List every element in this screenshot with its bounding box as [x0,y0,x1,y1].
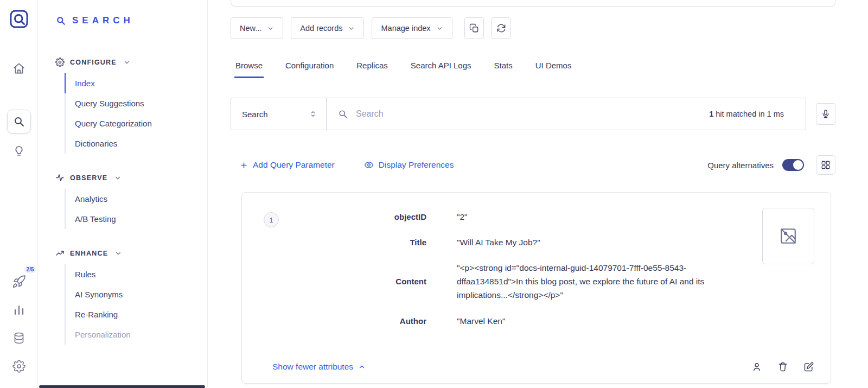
field-row-objectid: objectID "2" [284,210,752,224]
sidebar-horizontal-scrollbar[interactable] [39,385,205,388]
sidebar-item-ab-testing[interactable]: A/B Testing [65,209,207,229]
voice-search-mic-icon[interactable] [816,103,835,125]
field-value: "<p><strong id="docs-internal-guid-14079… [457,261,745,302]
section-enhance-items: Rules AI Synonyms Re-Ranking Personaliza… [65,264,207,345]
copy-icon[interactable] [464,17,484,39]
display-preferences-link[interactable]: Display Preferences [364,160,454,170]
new-button-label: New... [240,24,261,33]
sidebar-item-analytics[interactable]: Analytics [65,189,207,209]
add-query-parameter-label: Add Query Parameter [253,160,335,170]
field-label: Title [284,238,426,247]
field-row-author: Author "Marvel Ken" [284,314,752,328]
gear-icon [55,58,65,67]
data-database-icon[interactable] [7,326,31,350]
section-enhance: ENHANCE Rules AI Synonyms Re-Ranking Per… [55,249,207,345]
hit-main: 1 objectID "2" Title "Will AI Take My Jo… [258,208,814,348]
rail-top-group [7,56,31,163]
query-alternatives-group: Query alternatives [707,155,835,175]
section-label: ENHANCE [70,250,108,257]
tab-search-api-logs[interactable]: Search API Logs [410,56,473,78]
search-input[interactable] [356,109,701,119]
field-value: "Marvel Ken" [457,314,505,328]
main-content: New... Add records Manage index [208,0,868,388]
recommend-lightbulb-icon[interactable] [7,139,31,163]
user-attribute-icon[interactable] [751,361,762,372]
upgrade-rocket-icon[interactable]: 2/5 [7,270,31,294]
manage-index-label: Manage index [381,24,430,33]
home-icon[interactable] [7,56,31,80]
settings-gear-icon[interactable] [7,354,31,378]
sidebar: SEARCH CONFIGURE Index Query Suggestions… [38,0,208,388]
sidebar-item-personalization[interactable]: Personalization [65,325,207,345]
search-bar-row: Search 1 hit matched in 1 ms [231,98,835,130]
sidebar-item-ai-synonyms[interactable]: AI Synonyms [65,284,207,304]
search-section-icon[interactable] [7,110,31,133]
search-box: Search 1 hit matched in 1 ms [231,98,806,130]
section-configure-items: Index Query Suggestions Query Categoriza… [65,73,207,154]
image-off-icon [762,208,814,264]
sidebar-item-query-categorization[interactable]: Query Categorization [65,113,207,133]
section-configure: CONFIGURE Index Query Suggestions Query … [55,58,207,154]
tab-browse[interactable]: Browse [234,56,264,78]
add-records-label: Add records [300,24,342,33]
chevron-down-icon [436,25,443,32]
manage-index-button[interactable]: Manage index [372,17,452,39]
add-query-parameter-link[interactable]: Add Query Parameter [240,160,335,170]
toggle-knob [793,160,803,170]
search-mode-selector[interactable]: Search [231,98,327,130]
refresh-icon[interactable] [492,17,511,39]
tab-stats[interactable]: Stats [493,56,514,78]
tab-replicas[interactable]: Replicas [355,56,389,78]
index-selector-remnant [231,0,835,7]
plus-icon [240,161,248,169]
chevron-down-icon [123,59,131,66]
layout-grid-icon[interactable] [816,155,835,175]
section-enhance-header[interactable]: ENHANCE [55,249,207,258]
app-root: 2/5 [0,0,868,388]
sidebar-item-query-suggestions[interactable]: Query Suggestions [65,93,207,113]
field-value: "Will AI Take My Job?" [457,236,540,249]
field-label: Content [284,277,426,286]
chevron-down-icon [114,250,122,257]
algolia-logo-icon[interactable] [9,9,29,31]
hit-footer: Show fewer attributes [258,348,814,372]
query-alternatives-toggle[interactable] [782,159,804,171]
section-observe-header[interactable]: OBSERVE [55,173,207,182]
search-icon [337,109,348,119]
display-preferences-label: Display Preferences [379,160,454,170]
hit-rank-badge: 1 [264,212,279,227]
product-name: SEARCH [72,15,134,26]
search-product-logo[interactable]: SEARCH [55,15,207,26]
field-row-content: Content "<p><strong id="docs-internal-gu… [284,261,752,302]
section-label: CONFIGURE [70,59,117,66]
delete-trash-icon[interactable] [777,361,788,372]
chevron-down-icon [348,25,355,32]
sidebar-item-rules[interactable]: Rules [65,264,207,284]
add-records-button[interactable]: Add records [291,17,364,39]
analytics-bars-icon[interactable] [7,298,31,322]
index-toolbar: New... Add records Manage index [231,17,835,39]
index-tabs: Browse Configuration Replicas Search API… [231,56,835,78]
search-logo-magnifier-icon [55,15,66,26]
field-value: "2" [457,210,468,224]
icon-rail: 2/5 [0,0,38,388]
query-alternatives-label: Query alternatives [707,161,774,170]
upgrade-usage-badge: 2/5 [24,266,36,273]
hit-fields: objectID "2" Title "Will AI Take My Job?… [284,208,752,348]
section-observe-items: Analytics A/B Testing [65,189,207,229]
activity-icon [55,173,65,182]
eye-icon [364,160,374,170]
tab-ui-demos[interactable]: UI Demos [534,56,573,78]
show-fewer-attributes-link[interactable]: Show fewer attributes [272,362,366,372]
sidebar-item-index[interactable]: Index [65,73,207,93]
field-row-title: Title "Will AI Take My Job?" [284,236,752,249]
edit-pencil-icon[interactable] [803,361,814,372]
new-button[interactable]: New... [231,17,283,39]
sidebar-item-re-ranking[interactable]: Re-Ranking [65,304,207,325]
search-input-wrap: 1 hit matched in 1 ms [327,109,806,119]
section-configure-header[interactable]: CONFIGURE [55,58,207,67]
tab-configuration[interactable]: Configuration [284,56,335,78]
search-mode-label: Search [242,110,268,119]
chevron-up-icon [358,363,366,371]
sidebar-item-dictionaries[interactable]: Dictionaries [65,133,207,154]
